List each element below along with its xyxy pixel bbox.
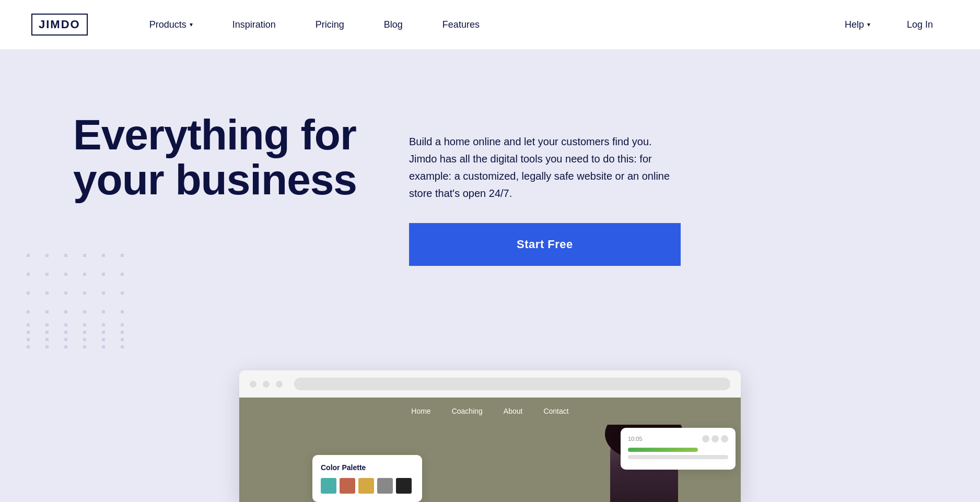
nav-right: Help ▾ Log In [829, 19, 949, 30]
color-swatch-black [396, 478, 412, 494]
nav-login[interactable]: Log In [891, 19, 949, 30]
grid-dot [27, 338, 30, 341]
browser-nav-home: Home [411, 407, 430, 415]
grid-dot [64, 273, 67, 276]
ui-action-dot-2 [711, 435, 719, 442]
nav-features[interactable]: Features [423, 19, 499, 30]
hero-description: Build a home online and let your custome… [409, 133, 681, 202]
hero-right: Build a home online and let your custome… [409, 112, 681, 266]
grid-dot [45, 345, 49, 348]
grid-dot [45, 273, 49, 276]
hero-content: Everything for your business Build a hom… [0, 50, 980, 266]
color-palette-card: Color Palette [312, 455, 422, 502]
chevron-down-icon: ▾ [190, 21, 193, 28]
grid-dot [102, 323, 105, 326]
nav-pricing-label: Pricing [316, 19, 344, 30]
chevron-down-icon-help: ▾ [867, 21, 870, 28]
grid-dot [83, 310, 86, 313]
hero-left: Everything for your business [73, 112, 357, 266]
grid-dot [27, 345, 30, 348]
grid-dot [83, 323, 86, 326]
grid-dot [83, 331, 86, 334]
grid-dot [45, 331, 49, 334]
grid-dot [64, 331, 67, 334]
nav-inspiration-label: Inspiration [232, 19, 276, 30]
ui-card-actions [702, 435, 728, 442]
browser-nav-contact: Contact [543, 407, 568, 415]
grid-dot [45, 310, 49, 313]
color-swatch-teal [321, 478, 336, 494]
hero-headline-line1: Everything for [73, 111, 356, 158]
color-swatch-rust [340, 478, 355, 494]
grid-dot [121, 338, 124, 341]
grid-dot [102, 291, 105, 295]
hero-section: // Inject grid dots document.addEventLis… [0, 50, 980, 502]
browser-url-bar [294, 378, 730, 390]
browser-bar [239, 370, 741, 398]
grid-dot [27, 331, 30, 334]
grid-dot [64, 291, 67, 295]
ui-card-header: 10:05 [628, 435, 728, 442]
browser-inner-nav: Home Coaching About Contact [239, 398, 741, 425]
nav-blog[interactable]: Blog [364, 19, 423, 30]
grid-dot [64, 338, 67, 341]
color-palette-title: Color Palette [321, 463, 414, 472]
grid-dot [121, 273, 124, 276]
nav-pricing[interactable]: Pricing [296, 19, 364, 30]
grid-dot [45, 291, 49, 295]
grid-dot [27, 291, 30, 295]
grid-dot [45, 323, 49, 326]
site-header: JIMDO Products ▾ Inspiration Pricing Blo… [0, 0, 980, 50]
color-swatch-gray [377, 478, 393, 494]
grid-dot [102, 345, 105, 348]
grid-dot [83, 345, 86, 348]
grid-dot [121, 310, 124, 313]
browser-dot-3 [276, 381, 283, 388]
nav-products-label: Products [149, 19, 186, 30]
browser-nav-about: About [504, 407, 523, 415]
grid-dot [27, 310, 30, 313]
nav-products[interactable]: Products ▾ [130, 19, 213, 30]
grid-dot [27, 273, 30, 276]
color-swatch-gold [358, 478, 374, 494]
ui-action-dot-3 [721, 435, 728, 442]
ui-action-dot-1 [702, 435, 709, 442]
hero-headline: Everything for your business [73, 112, 357, 202]
grid-dot [83, 291, 86, 295]
logo-text: JIMDO [39, 18, 80, 31]
browser-nav-coaching: Coaching [452, 407, 483, 415]
ui-card-progress-bar [628, 448, 698, 452]
ui-card-time-label: 10:05 [628, 436, 643, 442]
start-free-button[interactable]: Start Free [409, 223, 681, 266]
grid-dot [83, 273, 86, 276]
nav-inspiration[interactable]: Inspiration [213, 19, 296, 30]
nav-blog-label: Blog [384, 19, 403, 30]
browser-dot-1 [250, 381, 256, 388]
grid-dot [45, 338, 49, 341]
nav-help[interactable]: Help ▾ [829, 19, 886, 30]
logo[interactable]: JIMDO [31, 14, 88, 36]
grid-dot [64, 310, 67, 313]
grid-dot [83, 338, 86, 341]
mockup-area: Home Coaching About Contact [229, 370, 751, 502]
nav-features-label: Features [442, 19, 480, 30]
grid-dot [102, 273, 105, 276]
nav-login-label: Log In [907, 19, 933, 30]
browser-dot-2 [263, 381, 270, 388]
grid-dot [64, 345, 67, 348]
main-nav: Products ▾ Inspiration Pricing Blog Feat… [130, 19, 829, 30]
grid-dot [121, 323, 124, 326]
ui-card-right: 10:05 [621, 428, 736, 470]
grid-dot [102, 310, 105, 313]
grid-dot [27, 323, 30, 326]
grid-dot [102, 338, 105, 341]
nav-help-label: Help [845, 19, 864, 30]
grid-dot [121, 331, 124, 334]
grid-dot [102, 331, 105, 334]
grid-dot [64, 323, 67, 326]
grid-dot [121, 345, 124, 348]
color-swatches [321, 478, 414, 494]
grid-dot [121, 291, 124, 295]
ui-card-bar-empty [628, 455, 728, 459]
hero-headline-line2: your business [73, 156, 357, 203]
